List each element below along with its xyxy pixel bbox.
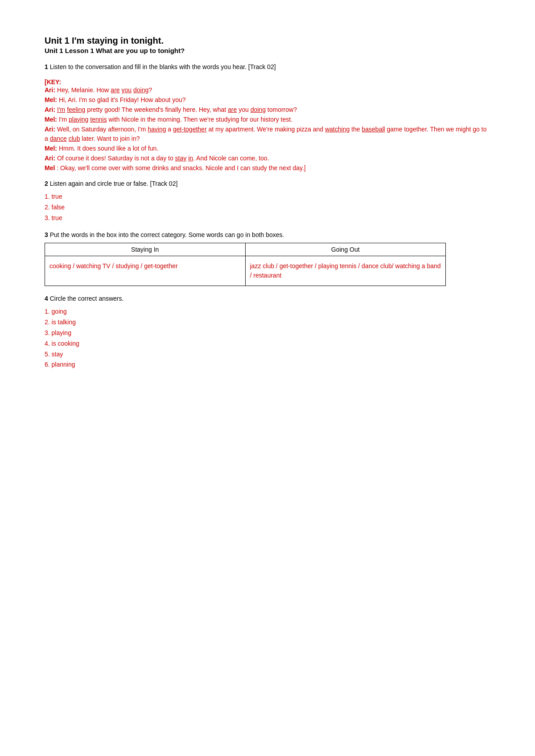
section3-number: 3 xyxy=(45,231,48,238)
section4-heading: 4 Circle the correct answers. xyxy=(45,295,490,302)
answer-item-s2-0: 1. true xyxy=(45,192,490,202)
key-section: [KEY: Ari: Hey, Melanie. How are you doi… xyxy=(45,78,490,173)
dialogue-line-2: Ari: I'm feeling pretty good! The weeken… xyxy=(45,105,490,114)
table-cell-going-out: jazz club / get-together / playing tenni… xyxy=(246,256,446,286)
table-header-staying-in: Staying In xyxy=(45,243,246,256)
answer-item-s4-2: 3. playing xyxy=(45,328,490,339)
answer-item-s4-4: 5. stay xyxy=(45,349,490,360)
section2-instruction: Listen again and circle true or false. [… xyxy=(48,180,178,187)
speaker-6: Ari: xyxy=(45,155,55,162)
answer-item-s2-2: 3. true xyxy=(45,213,490,224)
speaker-4: Ari: xyxy=(45,126,55,133)
speaker-7: Mel xyxy=(45,164,55,172)
speaker-0: Ari: xyxy=(45,86,55,94)
section3-table: Staying In Going Out cooking / watching … xyxy=(45,243,446,286)
section4-answers: 1. going 2. is talking 3. playing 4. is … xyxy=(45,306,490,370)
speaker-5: Mel: xyxy=(45,145,57,152)
dialogue-line-4: Ari: Well, on Saturday afternoon, I'm ha… xyxy=(45,125,490,143)
text-6: Of course it does! Saturday is not a day… xyxy=(57,155,269,162)
answer-item-s4-3: 4. is cooking xyxy=(45,339,490,349)
text-0: Hey, Melanie. How are you doing? xyxy=(57,86,152,94)
section2-answers: 1. true 2. false 3. true xyxy=(45,192,490,223)
table-header-row: Staying In Going Out xyxy=(45,243,445,256)
answer-item-s4-5: 6. planning xyxy=(45,360,490,370)
answer-item-s4-0: 1. going xyxy=(45,306,490,317)
section2-number: 2 xyxy=(45,180,48,187)
section2-heading: 2 Listen again and circle true or false.… xyxy=(45,180,490,187)
section3-block: 3 Put the words in the box into the corr… xyxy=(45,231,490,286)
dialogue-line-5: Mel: Hmm. It does sound like a lot of fu… xyxy=(45,144,490,153)
text-4: Well, on Saturday afternoon, I'm having … xyxy=(45,126,486,142)
section3-instruction: Put the words in the box into the correc… xyxy=(48,231,284,238)
page-title: Unit 1 I'm staying in tonight. xyxy=(45,36,490,46)
section1-number: 1 xyxy=(45,63,48,70)
dialogue-line-3: Mel: I'm playing tennis with Nicole in t… xyxy=(45,115,490,124)
answer-item-s2-1: 2. false xyxy=(45,202,490,213)
table-body-row: cooking / watching TV / studying / get-t… xyxy=(45,256,445,286)
key-label: [KEY: xyxy=(45,78,490,86)
speaker-3: Mel: xyxy=(45,116,57,123)
text-1: Hi, Ari. I'm so glad it's Friday! How ab… xyxy=(59,96,186,103)
section4-number: 4 xyxy=(45,295,48,302)
section3-heading: 3 Put the words in the box into the corr… xyxy=(45,231,490,238)
dialogue-line-0: Ari: Hey, Melanie. How are you doing? xyxy=(45,86,490,95)
dialogue-line-7: Mel : Okay, we'll come over with some dr… xyxy=(45,163,490,173)
dialogue-line-6: Ari: Of course it does! Saturday is not … xyxy=(45,154,490,163)
text-5: Hmm. It does sound like a lot of fun. xyxy=(59,145,158,152)
speaker-2: Ari: xyxy=(45,106,55,113)
section2-block: 2 Listen again and circle true or false.… xyxy=(45,180,490,223)
section4-block: 4 Circle the correct answers. 1. going 2… xyxy=(45,295,490,370)
speaker-1: Mel: xyxy=(45,96,57,103)
text-3: I'm playing tennis with Nicole in the mo… xyxy=(59,116,292,123)
answer-item-s4-1: 2. is talking xyxy=(45,317,490,328)
table-cell-staying-in: cooking / watching TV / studying / get-t… xyxy=(45,256,246,286)
text-7: : Okay, we'll come over with some drinks… xyxy=(57,164,306,172)
lesson-title: Unit 1 Lesson 1 What are you up to tonig… xyxy=(45,47,490,54)
section1-block: 1 Listen to the conversation and fill in… xyxy=(45,63,490,70)
table-header-going-out: Going Out xyxy=(246,243,446,256)
text-2: I'm feeling pretty good! The weekend's f… xyxy=(57,106,297,113)
section4-instruction: Circle the correct answers. xyxy=(48,295,124,302)
section1-instruction: Listen to the conversation and fill in t… xyxy=(48,63,276,70)
dialogue-line-1: Mel: Hi, Ari. I'm so glad it's Friday! H… xyxy=(45,95,490,105)
